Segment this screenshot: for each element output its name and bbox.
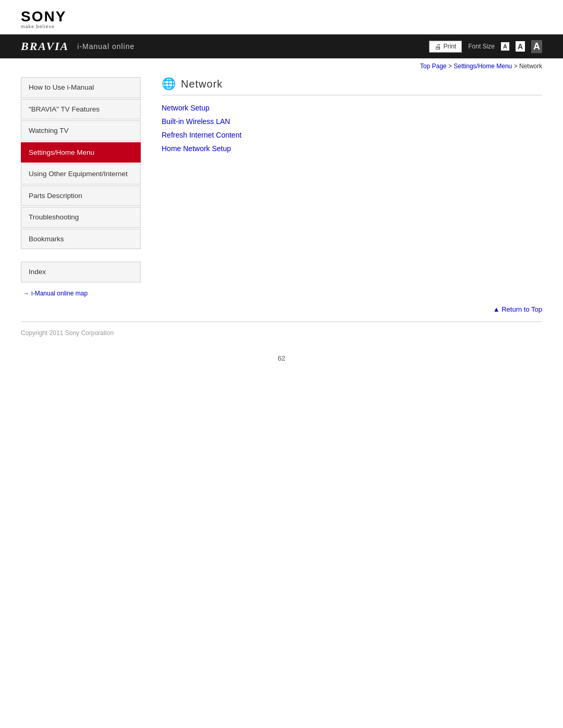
- sony-tagline: make.believe: [21, 24, 55, 29]
- sony-wordmark: SONY: [21, 9, 66, 24]
- imanual-label: i-Manual online: [77, 42, 134, 51]
- sidebar-item-label: Using Other Equipment/Internet: [29, 170, 128, 178]
- return-to-top-link[interactable]: ▲ Return to Top: [493, 305, 542, 313]
- sidebar-item-label: Index: [29, 268, 46, 276]
- sidebar-item-label: Watching TV: [29, 127, 69, 134]
- content-links: Network Setup Built-in Wireless LAN Refr…: [162, 104, 542, 153]
- sidebar-item-settings[interactable]: Settings/Home Menu: [21, 142, 141, 163]
- breadcrumb-top-page[interactable]: Top Page: [420, 63, 447, 70]
- breadcrumb-settings[interactable]: Settings/Home Menu: [454, 63, 512, 70]
- footer-copyright: Copyright 2011 Sony Corporation: [0, 322, 563, 344]
- copyright-text: Copyright 2011 Sony Corporation: [21, 329, 114, 337]
- sidebar-item-label: Troubleshooting: [29, 213, 79, 221]
- sidebar-item-how-to-use[interactable]: How to Use i-Manual: [21, 77, 141, 98]
- font-medium-button[interactable]: A: [516, 41, 525, 52]
- font-large-button[interactable]: A: [531, 40, 542, 53]
- font-small-button[interactable]: A: [501, 42, 509, 51]
- sidebar-gap: [21, 250, 141, 256]
- breadcrumb-sep1: >: [447, 63, 454, 70]
- print-label: Print: [444, 43, 457, 50]
- sidebar-item-watching-tv[interactable]: Watching TV: [21, 120, 141, 141]
- link-home-network[interactable]: Home Network Setup: [162, 144, 542, 153]
- page-title: Network: [181, 78, 223, 90]
- sidebar-item-index[interactable]: Index: [21, 262, 141, 282]
- main-content: How to Use i-Manual "BRAVIA" TV Features…: [0, 72, 563, 297]
- online-map-label[interactable]: i-Manual online map: [31, 290, 88, 297]
- top-bar: BRAVIA i-Manual online 🖨 Print Font Size…: [0, 34, 563, 58]
- online-map-link[interactable]: → i-Manual online map: [21, 290, 141, 297]
- content-header: 🌐 Network: [162, 77, 542, 95]
- sidebar-item-label: Settings/Home Menu: [29, 149, 94, 156]
- link-network-setup[interactable]: Network Setup: [162, 104, 542, 112]
- bravia-logo: BRAVIA: [21, 40, 69, 53]
- link-refresh-internet[interactable]: Refresh Internet Content: [162, 131, 542, 139]
- sidebar-item-using-other[interactable]: Using Other Equipment/Internet: [21, 164, 141, 184]
- sidebar-item-bookmarks[interactable]: Bookmarks: [21, 229, 141, 250]
- bravia-title: BRAVIA i-Manual online: [21, 40, 134, 53]
- return-to-top-label: Return to Top: [501, 305, 542, 313]
- sidebar-item-parts-description[interactable]: Parts Description: [21, 186, 141, 206]
- font-size-label: Font Size: [468, 43, 495, 50]
- print-icon: 🖨: [435, 43, 442, 51]
- page-number: 62: [0, 344, 563, 383]
- breadcrumb-sep2: >: [512, 63, 519, 70]
- logo-area: SONY make.believe: [0, 0, 563, 34]
- triangle-icon: ▲: [493, 305, 501, 313]
- sidebar: How to Use i-Manual "BRAVIA" TV Features…: [21, 77, 141, 297]
- content-area: 🌐 Network Network Setup Built-in Wireles…: [151, 77, 542, 297]
- sony-logo: SONY make.believe: [21, 9, 542, 29]
- sidebar-item-label: How to Use i-Manual: [29, 83, 94, 91]
- breadcrumb: Top Page > Settings/Home Menu > Network: [0, 58, 563, 72]
- top-bar-right: 🖨 Print Font Size A A A: [429, 40, 542, 53]
- sidebar-item-troubleshooting[interactable]: Troubleshooting: [21, 207, 141, 228]
- sidebar-item-label: Bookmarks: [29, 235, 64, 243]
- sidebar-item-label: "BRAVIA" TV Features: [29, 105, 100, 113]
- page-number-value: 62: [278, 354, 285, 362]
- network-icon: 🌐: [162, 77, 176, 91]
- print-button[interactable]: 🖨 Print: [429, 41, 462, 53]
- arrow-icon: →: [23, 290, 29, 297]
- return-to-top[interactable]: ▲ Return to Top: [0, 297, 563, 322]
- sidebar-item-label: Parts Description: [29, 192, 82, 200]
- breadcrumb-current: Network: [519, 63, 542, 70]
- link-builtin-wireless[interactable]: Built-in Wireless LAN: [162, 117, 542, 126]
- sidebar-item-bravia-features[interactable]: "BRAVIA" TV Features: [21, 99, 141, 120]
